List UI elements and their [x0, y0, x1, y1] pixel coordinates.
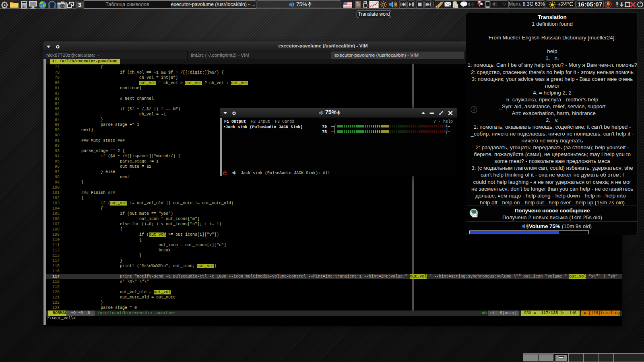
- svg-text:i: i: [473, 107, 475, 112]
